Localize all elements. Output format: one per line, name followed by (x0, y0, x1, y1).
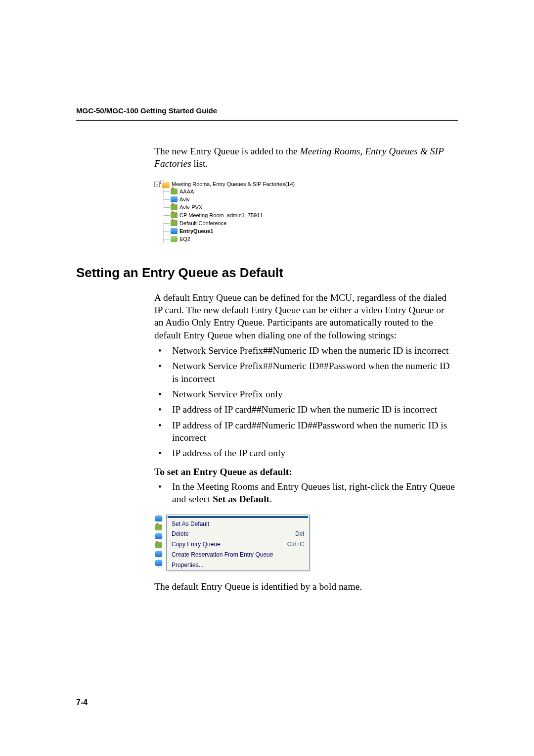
section-heading: Setting an Entry Queue as Default (76, 265, 458, 281)
tree-item: EQ2 (164, 235, 320, 243)
meeting-icon (171, 204, 178, 210)
context-menu-item[interactable]: Create Reservation From Entry Queue (167, 550, 309, 560)
eq2-icon (171, 236, 178, 242)
bullet-item: Network Service Prefix##Numeric ID##Pass… (154, 360, 458, 385)
tree-item: Aviv (164, 195, 320, 203)
bullet-item: Network Service Prefix##Numeric ID when … (154, 344, 458, 357)
context-menu-item-label: Copy Entry Queue (172, 540, 221, 549)
eq-icon (171, 196, 178, 202)
meeting-icon (155, 524, 162, 530)
bullet-list: Network Service Prefix##Numeric ID when … (154, 344, 458, 460)
context-menu-item[interactable]: DeleteDel (167, 529, 309, 539)
context-menu-item-label: Create Reservation From Entry Queue (172, 551, 273, 559)
eq-icon (155, 551, 162, 557)
sub-heading: To set an Entry Queue as default: (154, 467, 458, 477)
context-menu: Set As DefaultDeleteDelCopy Entry QueueC… (166, 515, 310, 571)
tree-item-label: EntryQueue1 (179, 228, 213, 234)
closing-paragraph: The default Entry Queue is identified by… (154, 580, 455, 593)
bullet-item: IP address of the IP card only (154, 447, 458, 459)
tree-root: − Meeting Rooms, Entry Queues & SIP Fact… (154, 181, 320, 188)
tree-item-label: CP Meeting Room_admin1_75911 (179, 212, 263, 218)
collapse-icon: − (154, 182, 160, 187)
intro-suffix: list. (191, 158, 208, 169)
step-suffix: . (269, 494, 272, 504)
header-title: MGC-50/MGC-100 Getting Started Guide (76, 106, 458, 115)
context-menu-item-label: Delete (172, 530, 189, 538)
context-menu-screenshot: Set As DefaultDeleteDelCopy Entry QueueC… (154, 515, 458, 571)
step-bold: Set as Default (213, 494, 269, 504)
page-number: 7-4 (76, 698, 88, 707)
tree-children: AAAAAvivAviv-PVXCP Meeting Room_admin1_7… (163, 188, 320, 243)
meeting-icon (171, 220, 178, 226)
eq-icon (155, 560, 162, 566)
eq-icon (171, 228, 178, 234)
tree-item-label: Aviv (179, 196, 190, 202)
page-header: MGC-50/MGC-100 Getting Started Guide (76, 106, 458, 121)
step-list: In the Meeting Rooms and Entry Queues li… (154, 480, 458, 506)
step-item: In the Meeting Rooms and Entry Queues li… (154, 480, 458, 506)
tree-item-label: EQ2 (179, 236, 190, 242)
context-menu-item-shortcut: Ctrl+C (287, 540, 304, 549)
tree-item: Aviv-PVX (164, 203, 320, 211)
menu-highlight-bar (168, 516, 308, 518)
eq-icon (155, 533, 162, 539)
context-menu-item[interactable]: Properties... (167, 560, 309, 570)
context-menu-item-label: Set As Default (172, 520, 209, 528)
meeting-icon (171, 212, 178, 218)
context-menu-item-shortcut: Del (295, 530, 304, 538)
tree-item: AAAA (164, 188, 320, 195)
tree-item: CP Meeting Room_admin1_75911 (164, 211, 320, 219)
context-menu-item[interactable]: Copy Entry QueueCtrl+C (167, 539, 309, 550)
tree-item-label: AAAA (179, 189, 194, 194)
meeting-icon (171, 189, 178, 194)
tree-item: EntryQueue1 (164, 227, 320, 235)
tree-list-screenshot: − Meeting Rooms, Entry Queues & SIP Fact… (154, 181, 320, 243)
context-menu-item-label: Properties... (172, 561, 204, 569)
meeting-icon (155, 542, 162, 548)
bullet-item: IP address of IP card##Numeric ID when t… (154, 403, 458, 416)
tree-item: Default-Conference (164, 219, 320, 227)
eq-icon (155, 516, 162, 521)
header-rule (76, 120, 458, 121)
bullet-item: Network Service Prefix only (154, 388, 458, 400)
tree-root-label: Meeting Rooms, Entry Queues & SIP Factor… (172, 181, 295, 187)
context-menu-item[interactable]: Set As Default (167, 519, 309, 529)
intro-paragraph: The new Entry Queue is added to the Meet… (154, 145, 455, 170)
context-tree-icons (154, 515, 166, 568)
intro-prefix: The new Entry Queue is added to the (154, 146, 300, 156)
bullet-item: IP address of IP card##Numeric ID##Passw… (154, 419, 458, 444)
section-paragraph: A default Entry Queue can be defined for… (154, 291, 455, 341)
tree-item-label: Default-Conference (179, 220, 226, 226)
tree-item-label: Aviv-PVX (179, 204, 202, 210)
